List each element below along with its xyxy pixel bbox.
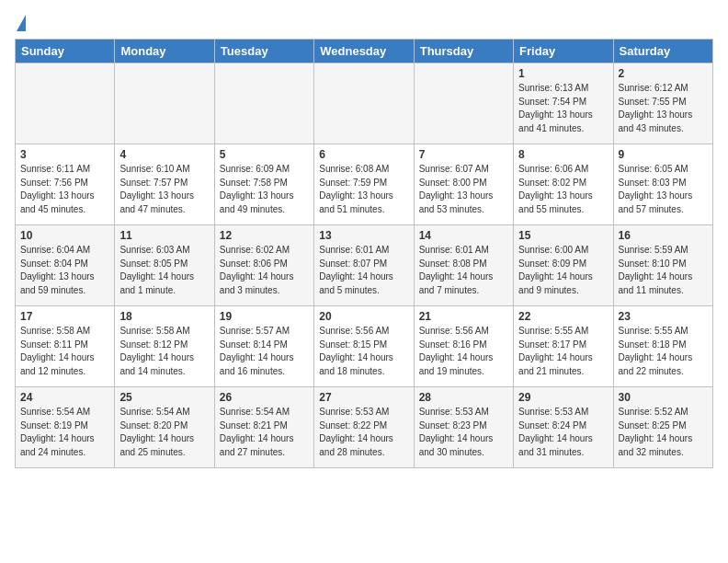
calendar-cell: [115, 63, 214, 144]
calendar-cell: 5Sunrise: 6:09 AM Sunset: 7:58 PM Daylig…: [214, 144, 313, 225]
day-info: Sunrise: 5:56 AM Sunset: 8:15 PM Dayligh…: [319, 325, 408, 378]
day-number: 19: [220, 310, 309, 323]
weekday-header-friday: Friday: [514, 40, 613, 63]
calendar-cell: 15Sunrise: 6:00 AM Sunset: 8:09 PM Dayli…: [514, 225, 613, 306]
day-number: 8: [518, 148, 608, 161]
day-number: 10: [20, 229, 109, 242]
day-info: Sunrise: 6:03 AM Sunset: 8:05 PM Dayligh…: [119, 244, 209, 297]
calendar-cell: 14Sunrise: 6:01 AM Sunset: 8:08 PM Dayli…: [414, 225, 513, 306]
calendar-cell: 22Sunrise: 5:55 AM Sunset: 8:17 PM Dayli…: [514, 306, 613, 387]
day-info: Sunrise: 6:06 AM Sunset: 8:02 PM Dayligh…: [518, 163, 608, 216]
calendar-cell: 3Sunrise: 6:11 AM Sunset: 7:56 PM Daylig…: [16, 144, 115, 225]
day-number: 11: [119, 229, 209, 242]
day-info: Sunrise: 6:05 AM Sunset: 8:03 PM Dayligh…: [619, 163, 708, 216]
calendar-cell: 26Sunrise: 5:54 AM Sunset: 8:21 PM Dayli…: [214, 387, 313, 468]
calendar-cell: 20Sunrise: 5:56 AM Sunset: 8:15 PM Dayli…: [314, 306, 414, 387]
day-number: 16: [619, 229, 708, 242]
calendar-cell: 16Sunrise: 5:59 AM Sunset: 8:10 PM Dayli…: [613, 225, 712, 306]
day-number: 20: [319, 310, 408, 323]
weekday-header-tuesday: Tuesday: [214, 40, 313, 63]
day-number: 22: [518, 310, 608, 323]
day-info: Sunrise: 5:55 AM Sunset: 8:17 PM Dayligh…: [518, 325, 608, 378]
day-info: Sunrise: 5:59 AM Sunset: 8:10 PM Dayligh…: [619, 244, 708, 297]
day-info: Sunrise: 5:54 AM Sunset: 8:19 PM Dayligh…: [20, 406, 109, 459]
day-number: 1: [518, 67, 608, 80]
day-number: 2: [619, 67, 708, 80]
day-number: 23: [619, 310, 708, 323]
day-info: Sunrise: 6:11 AM Sunset: 7:56 PM Dayligh…: [20, 163, 109, 216]
day-number: 13: [319, 229, 408, 242]
day-number: 14: [419, 229, 508, 242]
calendar-cell: 18Sunrise: 5:58 AM Sunset: 8:12 PM Dayli…: [115, 306, 214, 387]
day-info: Sunrise: 6:00 AM Sunset: 8:09 PM Dayligh…: [518, 244, 608, 297]
calendar-cell: 17Sunrise: 5:58 AM Sunset: 8:11 PM Dayli…: [16, 306, 115, 387]
day-info: Sunrise: 5:58 AM Sunset: 8:11 PM Dayligh…: [20, 325, 109, 378]
weekday-header-monday: Monday: [115, 40, 214, 63]
logo: [15, 15, 26, 31]
weekday-header-wednesday: Wednesday: [314, 40, 414, 63]
calendar-cell: [16, 63, 115, 144]
calendar-cell: 8Sunrise: 6:06 AM Sunset: 8:02 PM Daylig…: [514, 144, 613, 225]
calendar-cell: 25Sunrise: 5:54 AM Sunset: 8:20 PM Dayli…: [115, 387, 214, 468]
calendar-cell: 2Sunrise: 6:12 AM Sunset: 7:55 PM Daylig…: [613, 63, 712, 144]
day-info: Sunrise: 5:52 AM Sunset: 8:25 PM Dayligh…: [619, 406, 708, 459]
day-info: Sunrise: 6:01 AM Sunset: 8:08 PM Dayligh…: [419, 244, 508, 297]
calendar-cell: [314, 63, 414, 144]
day-info: Sunrise: 5:55 AM Sunset: 8:18 PM Dayligh…: [619, 325, 708, 378]
calendar-cell: 7Sunrise: 6:07 AM Sunset: 8:00 PM Daylig…: [414, 144, 513, 225]
header: [15, 15, 713, 31]
day-info: Sunrise: 6:08 AM Sunset: 7:59 PM Dayligh…: [319, 163, 408, 216]
day-number: 27: [319, 391, 408, 404]
calendar-cell: 29Sunrise: 5:53 AM Sunset: 8:24 PM Dayli…: [514, 387, 613, 468]
day-number: 30: [619, 391, 708, 404]
day-number: 18: [119, 310, 209, 323]
day-info: Sunrise: 6:09 AM Sunset: 7:58 PM Dayligh…: [220, 163, 309, 216]
day-info: Sunrise: 6:10 AM Sunset: 7:57 PM Dayligh…: [119, 163, 209, 216]
day-info: Sunrise: 6:02 AM Sunset: 8:06 PM Dayligh…: [220, 244, 309, 297]
day-number: 29: [518, 391, 608, 404]
day-number: 4: [119, 148, 209, 161]
calendar-cell: 28Sunrise: 5:53 AM Sunset: 8:23 PM Dayli…: [414, 387, 513, 468]
calendar-week-row: 3Sunrise: 6:11 AM Sunset: 7:56 PM Daylig…: [16, 144, 713, 225]
day-info: Sunrise: 5:53 AM Sunset: 8:22 PM Dayligh…: [319, 406, 408, 459]
day-info: Sunrise: 6:13 AM Sunset: 7:54 PM Dayligh…: [518, 82, 608, 135]
day-info: Sunrise: 6:04 AM Sunset: 8:04 PM Dayligh…: [20, 244, 109, 297]
calendar-cell: 21Sunrise: 5:56 AM Sunset: 8:16 PM Dayli…: [414, 306, 513, 387]
calendar-cell: 4Sunrise: 6:10 AM Sunset: 7:57 PM Daylig…: [115, 144, 214, 225]
calendar-cell: 24Sunrise: 5:54 AM Sunset: 8:19 PM Dayli…: [16, 387, 115, 468]
calendar-cell: 12Sunrise: 6:02 AM Sunset: 8:06 PM Dayli…: [214, 225, 313, 306]
calendar-cell: 23Sunrise: 5:55 AM Sunset: 8:18 PM Dayli…: [613, 306, 712, 387]
calendar-cell: 30Sunrise: 5:52 AM Sunset: 8:25 PM Dayli…: [613, 387, 712, 468]
day-number: 24: [20, 391, 109, 404]
calendar-cell: 19Sunrise: 5:57 AM Sunset: 8:14 PM Dayli…: [214, 306, 313, 387]
day-info: Sunrise: 5:53 AM Sunset: 8:23 PM Dayligh…: [419, 406, 508, 459]
day-number: 21: [419, 310, 508, 323]
day-number: 3: [20, 148, 109, 161]
calendar-cell: 11Sunrise: 6:03 AM Sunset: 8:05 PM Dayli…: [115, 225, 214, 306]
calendar-cell: 9Sunrise: 6:05 AM Sunset: 8:03 PM Daylig…: [613, 144, 712, 225]
day-number: 15: [518, 229, 608, 242]
day-info: Sunrise: 5:54 AM Sunset: 8:21 PM Dayligh…: [220, 406, 309, 459]
calendar-cell: 6Sunrise: 6:08 AM Sunset: 7:59 PM Daylig…: [314, 144, 414, 225]
calendar-cell: 1Sunrise: 6:13 AM Sunset: 7:54 PM Daylig…: [514, 63, 613, 144]
day-info: Sunrise: 5:56 AM Sunset: 8:16 PM Dayligh…: [419, 325, 508, 378]
day-info: Sunrise: 6:12 AM Sunset: 7:55 PM Dayligh…: [619, 82, 708, 135]
day-number: 28: [419, 391, 508, 404]
day-info: Sunrise: 5:53 AM Sunset: 8:24 PM Dayligh…: [518, 406, 608, 459]
day-number: 12: [220, 229, 309, 242]
calendar-table: SundayMondayTuesdayWednesdayThursdayFrid…: [15, 39, 713, 468]
logo-triangle-icon: [17, 15, 26, 31]
calendar-cell: 10Sunrise: 6:04 AM Sunset: 8:04 PM Dayli…: [16, 225, 115, 306]
calendar-week-row: 10Sunrise: 6:04 AM Sunset: 8:04 PM Dayli…: [16, 225, 713, 306]
calendar-week-row: 17Sunrise: 5:58 AM Sunset: 8:11 PM Dayli…: [16, 306, 713, 387]
day-info: Sunrise: 5:57 AM Sunset: 8:14 PM Dayligh…: [220, 325, 309, 378]
calendar-week-row: 1Sunrise: 6:13 AM Sunset: 7:54 PM Daylig…: [16, 63, 713, 144]
page-container: SundayMondayTuesdayWednesdayThursdayFrid…: [0, 0, 728, 476]
day-number: 17: [20, 310, 109, 323]
day-info: Sunrise: 5:54 AM Sunset: 8:20 PM Dayligh…: [119, 406, 209, 459]
calendar-cell: [214, 63, 313, 144]
day-info: Sunrise: 5:58 AM Sunset: 8:12 PM Dayligh…: [119, 325, 209, 378]
calendar-cell: 13Sunrise: 6:01 AM Sunset: 8:07 PM Dayli…: [314, 225, 414, 306]
calendar-cell: [414, 63, 513, 144]
calendar-week-row: 24Sunrise: 5:54 AM Sunset: 8:19 PM Dayli…: [16, 387, 713, 468]
